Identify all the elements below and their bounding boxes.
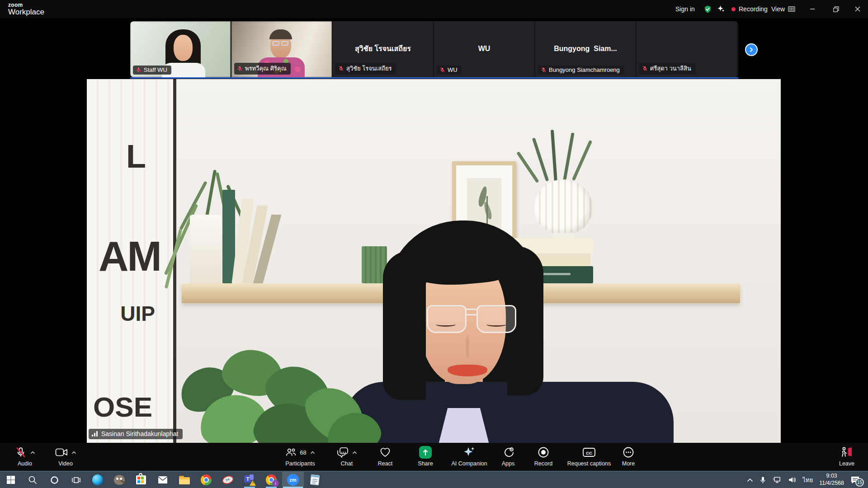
share-screen-icon <box>419 446 432 459</box>
hidden-icons-chevron[interactable] <box>747 478 753 482</box>
recording-dot-icon <box>731 7 736 11</box>
task-view-icon <box>71 476 81 484</box>
participant-face <box>174 35 193 61</box>
more-ellipsis-icon <box>623 446 634 458</box>
participant-tile-suwichai[interactable]: สุวิชัย โรจนเสถียร สุวิชัย โรจนเสถียร <box>333 21 433 77</box>
request-captions-button[interactable]: CC Request captions <box>562 446 616 467</box>
file-explorer-app-icon[interactable] <box>174 472 195 488</box>
security-shield-icon[interactable] <box>703 0 712 18</box>
gimp-icon <box>114 475 125 485</box>
speaker-eye-closed <box>436 322 456 327</box>
apps-button[interactable]: Apps <box>495 446 521 467</box>
participant-tile-srisuda[interactable]: ศรีสุดา วนาลีสิน <box>637 21 737 77</box>
participants-button[interactable]: 68 Participants <box>278 446 323 467</box>
chevron-up-icon[interactable] <box>71 451 76 454</box>
active-speaker-video[interactable]: L AM UIP OSE <box>87 79 781 443</box>
chevron-up-icon[interactable] <box>30 451 35 454</box>
speaker-nose <box>466 334 469 358</box>
minimize-button[interactable] <box>809 0 816 18</box>
clock-date: 11/4/2568 <box>819 480 844 487</box>
ai-sparkle-icon[interactable] <box>717 0 725 18</box>
notification-center-button[interactable]: 15 <box>850 476 860 484</box>
windows-taskbar: ✂ T ! i zm <box>0 471 868 488</box>
search-icon <box>28 475 37 484</box>
chat-button[interactable]: Chat <box>330 446 363 467</box>
main-stage: L AM UIP OSE <box>0 79 868 443</box>
sign-in-button[interactable]: Sign in <box>675 0 695 18</box>
chevron-right-icon <box>749 47 754 52</box>
zoom-app-icon[interactable]: zm <box>282 472 304 488</box>
filmstrip-next-button[interactable] <box>745 43 758 56</box>
speaker-name-label: Sasinan Sirithadakunlaphat <box>89 429 183 439</box>
profile-badge: i <box>272 480 279 487</box>
ai-companion-icon <box>463 446 476 458</box>
ai-companion-button[interactable]: AI Companion <box>448 446 491 467</box>
chrome-icon <box>201 474 212 485</box>
muted-mic-icon <box>642 66 648 71</box>
share-button[interactable]: Share <box>411 446 439 467</box>
meeting-toolbar: Audio Video 68 Participants Chat <box>0 443 868 471</box>
muted-mic-icon <box>237 66 243 71</box>
language-indicator[interactable]: ไทย <box>803 475 813 485</box>
tray-mic-icon[interactable] <box>760 476 766 484</box>
glasses-left-lens <box>427 305 467 333</box>
record-button[interactable]: Record <box>528 446 559 467</box>
chevron-up-icon[interactable] <box>352 451 357 454</box>
view-grid-icon <box>788 6 795 12</box>
chat-icon <box>336 447 349 458</box>
svg-text:CC: CC <box>586 450 592 455</box>
heart-icon <box>379 447 391 458</box>
cortana-button[interactable] <box>43 472 65 488</box>
recording-indicator: Recording <box>731 0 768 18</box>
video-button[interactable]: Video <box>47 446 84 467</box>
edge-icon <box>92 474 103 485</box>
leave-button[interactable]: Leave <box>832 446 862 467</box>
edge-app-icon[interactable] <box>87 472 108 488</box>
close-button[interactable] <box>854 0 861 18</box>
participant-name-label: พรทวีคุณ ศิริคุณ <box>234 63 291 75</box>
store-icon <box>136 475 146 484</box>
taskbar-search-button[interactable] <box>22 472 43 488</box>
mail-app-icon[interactable] <box>152 472 174 488</box>
chrome-app-icon[interactable] <box>195 472 217 488</box>
muted-mic-icon <box>338 66 344 71</box>
microsoft-store-app-icon[interactable] <box>130 472 152 488</box>
tray-network-icon[interactable] <box>773 476 782 484</box>
zoom-meeting-screen: zoom Workplace Sign in Recording View <box>0 0 868 488</box>
participant-name-label: ศรีสุดา วนาลีสิน <box>639 63 695 75</box>
window-titlebar: zoom Workplace Sign in Recording View <box>0 0 868 18</box>
participant-tile-staff-wu[interactable]: Staff WU <box>130 21 231 77</box>
mail-icon <box>158 476 168 484</box>
participant-name-label: Staff WU <box>133 66 171 75</box>
view-button[interactable]: View <box>771 0 795 18</box>
taskbar-clock[interactable]: 9:03 11/4/2568 <box>819 473 844 487</box>
brand-zoom: zoom <box>8 2 44 8</box>
muted-mic-icon <box>439 67 445 73</box>
tray-volume-icon[interactable] <box>788 476 797 483</box>
chrome-profile-app-icon[interactable]: i <box>260 472 282 488</box>
participant-tile-wu[interactable]: WU WU <box>434 21 534 77</box>
gimp-app-icon[interactable] <box>108 472 130 488</box>
snipping-tool-app-icon[interactable]: ✂ <box>217 472 239 488</box>
audio-button[interactable]: Audio <box>7 446 42 467</box>
participant-tile-porntaweekhun[interactable]: พรทวีคุณ ศิริคุณ <box>231 21 332 77</box>
teams-app-icon[interactable]: T ! <box>239 472 260 488</box>
record-icon <box>538 446 549 458</box>
restore-button[interactable] <box>833 0 839 18</box>
participant-name-label: Bungyong Siamchamroeng <box>538 66 624 75</box>
muted-mic-icon <box>541 67 547 73</box>
task-view-button[interactable] <box>65 472 87 488</box>
muted-mic-icon <box>15 446 27 458</box>
notepad-app-icon[interactable] <box>304 472 326 488</box>
glasses-bridge <box>466 314 476 315</box>
system-tray: ไทย 9:03 11/4/2568 15 <box>747 472 865 488</box>
participant-tile-bungyong[interactable]: Bungyong Siam... Bungyong Siamchamroeng <box>535 21 636 77</box>
snipping-tool-icon: ✂ <box>221 474 235 485</box>
start-button[interactable] <box>0 472 22 488</box>
camera-icon <box>55 447 68 458</box>
chevron-up-icon[interactable] <box>310 451 315 454</box>
react-button[interactable]: React <box>372 446 399 467</box>
chrome-icon: i <box>266 474 277 485</box>
more-button[interactable]: More <box>616 446 641 467</box>
participants-count: 68 <box>300 449 306 456</box>
